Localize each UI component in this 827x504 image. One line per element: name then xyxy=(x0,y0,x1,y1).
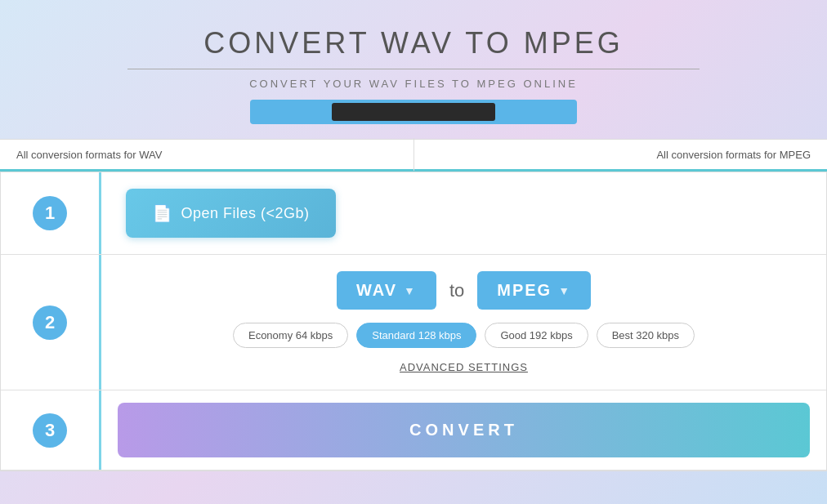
quality-economy-button[interactable]: Economy 64 kbps xyxy=(233,323,348,348)
step2-number-col: 2 xyxy=(1,255,99,390)
format-bar: All conversion formats for WAV All conve… xyxy=(0,139,827,172)
page-wrapper: CONVERT WAV TO MPEG CONVERT YOUR WAV FIL… xyxy=(0,0,827,504)
quality-standard-button[interactable]: Standard 128 kbps xyxy=(356,323,476,348)
upload-bar[interactable] xyxy=(250,100,577,124)
from-format-chevron-icon: ▼ xyxy=(404,284,417,297)
step2-row: 2 WAV ▼ to MPEG ▼ Economy 64 kbps Sta xyxy=(1,255,826,390)
steps-wrapper: 1 📄 Open Files (<2Gb) 2 WAV ▼ xyxy=(0,172,827,471)
step1-number-col: 1 xyxy=(1,172,99,254)
open-files-label: Open Files (<2Gb) xyxy=(181,205,310,222)
step3-number-col: 3 xyxy=(1,390,99,470)
quality-options: Economy 64 kbps Standard 128 kbps Good 1… xyxy=(126,323,802,348)
subtitle: CONVERT YOUR WAV FILES TO MPEG ONLINE xyxy=(16,78,811,90)
file-icon: 📄 xyxy=(152,203,173,223)
upload-bar-inner xyxy=(332,103,495,121)
to-format-label: MPEG xyxy=(497,281,552,300)
from-format-button[interactable]: WAV ▼ xyxy=(337,271,436,310)
quality-best-button[interactable]: Best 320 kbps xyxy=(597,323,695,348)
header: CONVERT WAV TO MPEG CONVERT YOUR WAV FIL… xyxy=(0,0,827,139)
step2-circle: 2 xyxy=(33,306,67,340)
step3-circle: 3 xyxy=(33,413,67,448)
quality-good-button[interactable]: Good 192 kbps xyxy=(485,323,588,348)
step3-row: 3 CONVERT xyxy=(1,390,826,471)
from-format-label: WAV xyxy=(356,281,397,300)
advanced-settings-link[interactable]: ADVANCED SETTINGS xyxy=(126,361,802,373)
convert-button[interactable]: CONVERT xyxy=(118,403,810,457)
header-divider xyxy=(127,69,700,69)
step1-row: 1 📄 Open Files (<2Gb) xyxy=(1,172,826,255)
step1-content: 📄 Open Files (<2Gb) xyxy=(99,172,826,254)
step1-circle: 1 xyxy=(33,196,67,230)
to-format-chevron-icon: ▼ xyxy=(558,284,571,297)
to-format-button[interactable]: MPEG ▼ xyxy=(477,271,591,310)
step3-content: CONVERT xyxy=(99,390,826,470)
open-files-button[interactable]: 📄 Open Files (<2Gb) xyxy=(126,189,336,238)
step2-content: WAV ▼ to MPEG ▼ Economy 64 kbps Standard… xyxy=(99,255,826,390)
page-title: CONVERT WAV TO MPEG xyxy=(16,26,811,60)
to-text: to xyxy=(449,280,464,301)
format-bar-left-label[interactable]: All conversion formats for WAV xyxy=(0,149,414,161)
format-bar-right-label[interactable]: All conversion formats for MPEG xyxy=(414,149,828,161)
format-selectors: WAV ▼ to MPEG ▼ xyxy=(126,271,802,310)
